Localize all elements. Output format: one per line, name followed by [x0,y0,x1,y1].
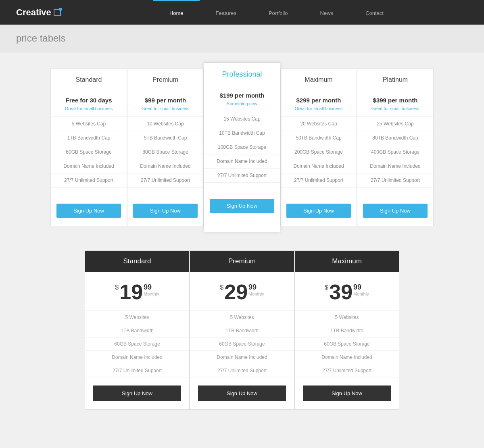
plan-feature: Domain Name Included [204,154,280,169]
price-dollar: $ [220,284,223,291]
price-cents: 99 [353,283,361,292]
logo[interactable]: Creative [16,7,61,18]
plan2-feature: Domain Name Included [295,351,399,364]
plan2-feature: 60GB Space Storage [85,338,189,351]
plan-btn-area: Sign Up Now [51,196,127,226]
plan-price: $99 per month [127,91,203,106]
plan-subtitle: Great for small business [51,106,127,117]
signup-button-premium-2[interactable]: Sign Up Now [198,385,286,401]
plan2-price: $ 39 99 Monthly [299,281,395,302]
signup-button-premium[interactable]: Sign Up Now [133,204,198,218]
plan-feature: 27/7 Unlimited Support [357,173,433,188]
plan2-price-area: $ 39 99 Monthly [295,272,399,311]
plan-col-maximum: Maximum $299 per month Great for small b… [280,69,357,226]
nav-item-home[interactable]: Home [153,0,200,25]
price-main: 19 [119,281,143,302]
plan2-feature: 27/7 Unlimited Support [295,364,399,377]
logo-icon [54,9,61,16]
plan-price: $199 per month [204,86,280,101]
plan-feature: Domain Name Included [281,159,357,173]
plan-feature: 15 Websites Cap [204,112,280,126]
plan2-col-maximum: Maximum $ 39 99 Monthly 5 Websites1TB Ba… [294,250,399,410]
plan-price: $299 per month [281,91,357,106]
price-cents: 99 [144,283,152,292]
plan-col-standard: Standard Free for 30 days Great for smal… [50,69,127,226]
signup-button-standard-2[interactable]: Sign Up Now [93,385,181,401]
nav-item-portfolio[interactable]: Portfolio [252,0,304,25]
price-table-1: Standard Free for 30 days Great for smal… [16,69,468,226]
plan2-feature: 5 Websites [295,311,399,324]
plan-price: $399 per month [357,91,433,106]
plan-col-professional: Professional $199 per month Something ne… [204,63,280,232]
signup-button-platinum[interactable]: Sign Up Now [363,204,428,218]
plan-feature: 27/7 Unlimited Support [51,173,127,188]
signup-button-professional[interactable]: Sign Up Now [210,199,274,213]
plan2-col-premium: Premium $ 29 99 Monthly 5 Websites1TB Ba… [190,250,294,410]
plan-feature: 10TB Bandwidth Cap [204,126,280,140]
plan2-feature: 5 Websites [190,311,294,324]
plan-subtitle: Great for small business [357,106,433,117]
header: Creative HomeFeaturesPortfolioNewsContac… [0,0,484,25]
plan2-name: Maximum [295,251,399,272]
plan2-col-standard: Standard $ 19 99 Monthly 5 Websites1TB B… [85,250,190,410]
plan-subtitle: Great for small business [281,106,357,117]
price-main: 29 [224,281,248,302]
plan-name: Platinum [357,69,433,91]
price-period: Monthly [248,292,264,296]
plan-feature: 50TB Bandwidth Cap [281,131,357,145]
plan-col-platinum: Platinum $399 per month Great for small … [357,69,434,226]
price-main: 39 [329,281,353,302]
plan2-btn-area: Sign Up Now [190,377,294,409]
plan2-name: Standard [85,251,189,272]
plan2-feature: Domain Name Included [85,351,189,364]
plan2-feature: 5 Websites [85,311,189,324]
plan2-price-area: $ 19 99 Monthly [85,272,189,311]
price-table-2: Standard $ 19 99 Monthly 5 Websites1TB B… [16,250,468,410]
signup-button-maximum-2[interactable]: Sign Up Now [303,385,391,401]
signup-button-standard[interactable]: Sign Up Now [56,204,121,218]
plan-feature: 400GB Space Storage [357,145,433,159]
plan-feature: 80GB Space Storage [127,145,203,159]
price-cents-period: 99 Monthly [353,283,369,296]
plan2-btn-area: Sign Up Now [85,377,189,409]
plan2-price: $ 19 99 Monthly [89,281,185,302]
nav-item-contact[interactable]: Contact [349,0,400,25]
plan-feature: 27/7 Unlimited Support [204,169,280,183]
plan-feature: 80TB Bandwidth Cap [357,131,433,145]
plan-price: Free for 30 days [51,91,127,106]
plan-subtitle: Great for small business [127,106,203,117]
plan-name: Standard [51,69,127,91]
plan-feature: 1TB Bandwidth Cap [51,131,127,145]
plan-name: Professional [204,63,280,86]
plan-feature: 27/7 Unlimited Support [281,173,357,188]
price-period: Monthly [353,292,369,296]
plan-btn-area: Sign Up Now [281,196,357,226]
plan-btn-area: Sign Up Now [357,196,433,226]
plan-name: Maximum [281,69,357,91]
plan2-btn-area: Sign Up Now [295,377,399,409]
nav-item-features[interactable]: Features [200,0,252,25]
plan-feature: Domain Name Included [357,159,433,173]
plan2-price: $ 29 99 Monthly [194,281,290,302]
page-title: price tabels [16,33,468,44]
plan-feature: 100GB Space Storage [204,140,280,154]
plan-feature: 20 Websites Cap [281,117,357,131]
price-cents-period: 99 Monthly [248,283,264,296]
main-content: Standard Free for 30 days Great for smal… [0,52,484,448]
signup-button-maximum[interactable]: Sign Up Now [286,204,351,218]
price-dollar: $ [325,284,328,291]
plan-btn-area: Sign Up Now [127,196,203,226]
plan-feature: 25 Websites Cap [357,117,433,131]
plan2-feature: 1TB Bandwidth [85,324,189,338]
plan-feature: 5TB Bandwidth Cap [127,131,203,145]
price-cents-period: 99 Monthly [144,283,159,296]
plan-feature: 5 Websites Cap [51,117,127,131]
logo-text: Creative [16,7,51,18]
plan-feature: Domain Name Included [127,159,203,173]
plan-col-premium: Premium $99 per month Great for small bu… [127,69,204,226]
plan-btn-area: Sign Up Now [204,191,280,221]
main-nav: HomeFeaturesPortfolioNewsContact [85,0,468,25]
plan2-price-area: $ 29 99 Monthly [190,272,294,311]
nav-item-news[interactable]: News [304,0,350,25]
plan-feature: Domain Name Included [51,159,127,173]
